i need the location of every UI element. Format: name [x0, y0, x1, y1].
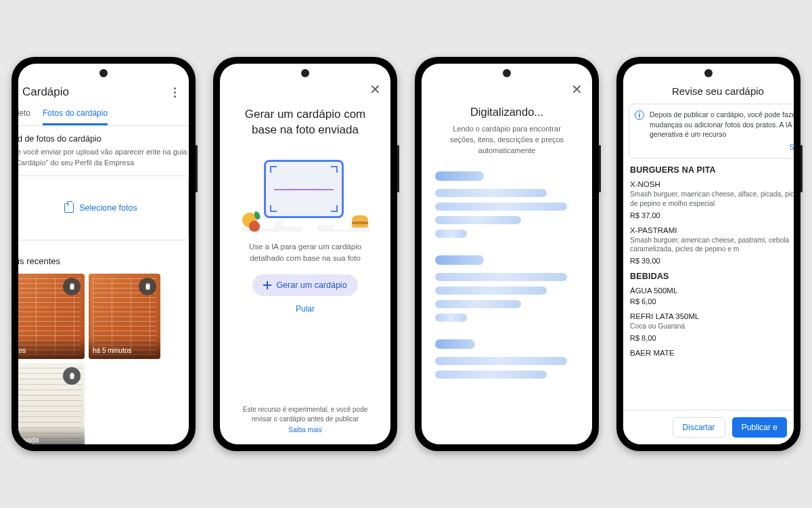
info-more-link[interactable]: Sai [650, 142, 794, 152]
close-icon[interactable]: ✕ [369, 83, 381, 96]
discard-button[interactable]: Discartar [673, 417, 725, 438]
recent-heading: ais recentes [18, 255, 189, 268]
learn-more-link[interactable]: Saiba mais [235, 425, 376, 435]
menu-list: BURGUERS NA PITA X-NOSH Smash burguer, m… [623, 165, 794, 357]
phone-frame-4: Revise seu cardápio i Depois de publicar… [616, 57, 800, 451]
loading-skeleton [435, 171, 579, 379]
thumbnail[interactable]: tos [18, 274, 85, 359]
upload-heading: ad de fotos do cardápio [18, 133, 189, 145]
upload-subtext: ue você enviar por upload vão aparecer e… [18, 147, 189, 169]
menu-section-title: BURGUERS NA PITA [630, 165, 794, 175]
menu-item[interactable]: X-NOSH Smash burguer, maerican cheese, a… [630, 180, 794, 219]
skip-link[interactable]: Pular [232, 304, 378, 314]
menu-item[interactable]: REFRI LATA 350ML Coca ou Guaraná R$ 8,00 [630, 312, 794, 342]
generate-menu-label: Gerar um cardápio [276, 280, 346, 290]
tabs: pleto Fotos do cardápio [18, 103, 189, 126]
thumbnail[interactable]: há 5 minutos [89, 274, 160, 359]
disclaimer: Este recurso é experimental, e você pode… [232, 398, 378, 435]
footer-actions: Discartar Publicar e [623, 410, 794, 444]
photo-icon [64, 203, 74, 213]
tab-completo[interactable]: pleto [18, 108, 30, 125]
sheet-subtitle: Use a IA para gerar um cardápio detalhad… [232, 241, 378, 263]
phone-frame-3: ✕ Digitalizando... Lendo o cardápio para… [415, 57, 599, 451]
scanning-subtitle: Lendo o cardápio para encontrar seções, … [435, 124, 579, 156]
sparkle-icon [263, 281, 271, 289]
scanning-title: Digitalizando... [435, 106, 579, 119]
delete-icon[interactable] [63, 367, 81, 385]
menu-item[interactable]: ÁGUA 500ML R$ 6,00 [630, 287, 794, 305]
delete-icon[interactable] [139, 278, 156, 295]
tab-fotos-cardapio[interactable]: Fotos do cardápio [43, 108, 108, 125]
close-icon[interactable]: ✕ [571, 83, 583, 96]
illustration-scan [241, 150, 369, 232]
info-icon: i [635, 110, 644, 120]
page-title: Cardápio [22, 85, 168, 99]
review-title: Revise seu cardápio [623, 81, 794, 104]
publish-button[interactable]: Publicar e [732, 417, 787, 438]
phone-frame-1: Cardápio pleto Fotos do cardápio ad de f… [12, 57, 196, 451]
generate-menu-button[interactable]: Gerar um cardápio [252, 274, 357, 296]
info-banner: i Depois de publicar o cardápio, você po… [629, 104, 794, 158]
menu-item[interactable]: X-PASTRAMI Smash burguer, american chees… [630, 226, 794, 266]
recent-thumbnails: tos há 5 minutos assada [18, 274, 189, 444]
thumbnail-caption: assada [18, 426, 85, 444]
select-photos-button[interactable]: Selecione fotos [18, 175, 189, 240]
phone-frame-2: ✕ Gerar um cardápio com base na foto env… [213, 57, 397, 451]
delete-icon[interactable] [63, 278, 81, 295]
menu-section-title: BEBIDAS [630, 272, 794, 281]
more-options-icon[interactable] [168, 87, 181, 98]
sheet-title: Gerar um cardápio com base na foto envia… [232, 107, 378, 138]
thumbnail[interactable]: assada [18, 363, 85, 444]
menu-item[interactable]: BAER MATE [630, 349, 794, 357]
select-photos-label: Selecione fotos [79, 202, 137, 214]
thumbnail-caption: tos [18, 337, 85, 359]
thumbnail-caption: há 5 minutos [89, 337, 160, 359]
